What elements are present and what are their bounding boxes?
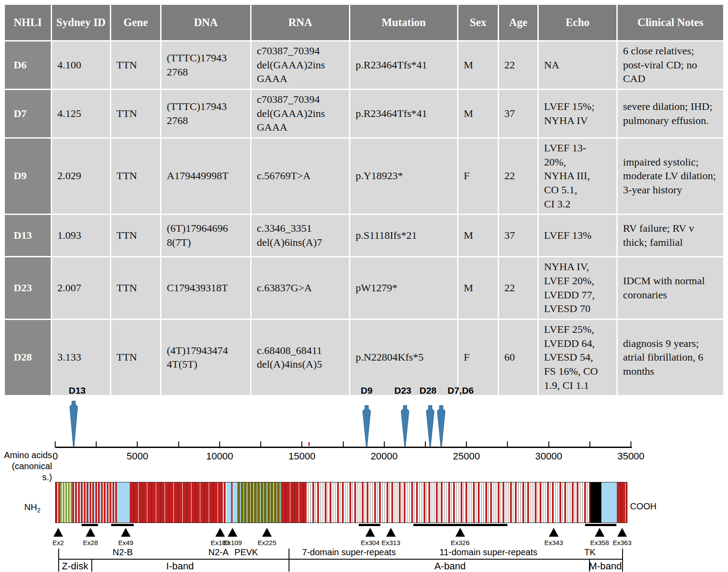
axis-tick-label: 10000 — [206, 451, 233, 462]
row-header: D23 — [5, 257, 51, 319]
mutation-arrow-icon — [362, 405, 371, 447]
axis-tick — [630, 441, 631, 447]
mutation-label-d13: D13 — [69, 385, 86, 396]
exon-triangle-icon — [595, 528, 604, 537]
mutation-label-d9: D9 — [361, 385, 373, 396]
table-cell: (6T)17964696 8(7T) — [161, 215, 250, 256]
table-cell: 22 — [499, 257, 537, 319]
protein-segment-red — [56, 482, 60, 523]
exon-label-ex343: Ex343 — [544, 539, 563, 546]
table-cell: (TTTC)17943 2768 — [161, 41, 250, 89]
protein-segment-red — [221, 482, 227, 523]
table-cell: M — [458, 41, 498, 89]
table-cell: 4.125 — [52, 90, 110, 137]
table-row-d13: D131.093TTN(6T)17964696 8(7T)c.3346_3351… — [5, 215, 723, 256]
table-cell: impaired systolic; moderate LV dilation;… — [618, 139, 723, 214]
table-row-d6: D64.100TTN(TTTC)17943 2768c70387_70394 d… — [5, 41, 723, 89]
exon-triangle-icon — [455, 528, 465, 537]
table-cell: pW1279* — [350, 257, 457, 319]
exon-triangle-icon — [365, 528, 375, 537]
table-cell: c.63837G>A — [251, 257, 349, 319]
table-cell: c.3346_3351 del(A)6ins(A)7 — [251, 215, 349, 256]
protein-segment-olive — [237, 482, 281, 523]
protein-segment-reddense — [281, 482, 305, 523]
axis-tick — [548, 441, 549, 447]
exon-label-ex363: Ex363 — [613, 539, 632, 546]
exon-triangle-icon — [549, 528, 559, 537]
table-cell: F — [458, 139, 498, 214]
table-cell: LVEF 13- 20%, NYHA III, CO 5.1, CI 3.2 — [539, 139, 616, 214]
axis-tick — [425, 441, 426, 447]
axis-red-mark — [308, 442, 310, 446]
table-cell: 22 — [499, 41, 537, 89]
protein-bar — [55, 482, 627, 523]
exon-triangle-icon — [121, 528, 131, 537]
figure-page: NHLISydney IDGeneDNARNAMutationSexAgeEch… — [0, 0, 728, 572]
axis-tick — [219, 441, 220, 447]
axis-tick — [137, 441, 138, 447]
column-header-sydney-id: Sydney ID — [52, 5, 110, 40]
table-cell: 6 close relatives; post-viral CD; no CAD — [618, 41, 723, 89]
exon-label-ex358: Ex358 — [590, 539, 609, 546]
row-header: D13 — [5, 215, 51, 256]
axis-tick — [507, 441, 508, 447]
exon-span-bar — [82, 524, 98, 526]
axis-tick — [343, 441, 344, 447]
table-cell: A179449998T — [161, 139, 250, 214]
table-cell: M — [458, 90, 498, 137]
exon-label-ex304: Ex304 — [361, 539, 380, 546]
table-cell: 22 — [499, 139, 537, 214]
axis-tick-label: 5000 — [127, 451, 148, 462]
domain-label-n2-a: N2-A — [208, 547, 229, 557]
row-header: D6 — [5, 41, 51, 89]
table-cell: NA — [539, 41, 616, 89]
column-header-nhli: NHLI — [5, 5, 51, 40]
mutation-arrow-icon — [69, 401, 78, 447]
axis-tick-label: 35000 — [617, 451, 644, 462]
axis-tick — [55, 441, 56, 447]
row-header: D9 — [5, 139, 51, 214]
amino-acid-axis — [55, 447, 632, 448]
exon-label-ex225: Ex225 — [258, 539, 277, 546]
table-cell: p.R23464Tfs*41 — [350, 90, 457, 137]
band-bracket-line — [58, 559, 622, 560]
mutation-arrow-icon — [437, 405, 446, 447]
exon-triangle-icon — [215, 528, 225, 537]
table-cell: M — [458, 215, 498, 256]
table-cell: p.S1118Ifs*21 — [350, 215, 457, 256]
table-row-d7: D74.125TTN(TTTC)17943 2768c70387_70394 d… — [5, 90, 723, 137]
table-cell: p.R23464Tfs*41 — [350, 41, 457, 89]
axis-tick — [384, 441, 385, 447]
column-header-gene: Gene — [111, 5, 160, 40]
row-header: D7 — [5, 90, 51, 137]
domain-label-11-domain-super-repeats: 11-domain super-repeats — [439, 547, 537, 557]
axis-tick — [96, 441, 97, 447]
table-cell: c70387_70394 del(GAAA)2ins GAAA — [251, 41, 349, 89]
band-bracket-divider — [58, 549, 59, 572]
column-header-dna: DNA — [161, 5, 250, 40]
exon-span-bar — [359, 524, 380, 526]
table-cell: TTN — [111, 41, 160, 89]
table-cell: TTN — [111, 257, 160, 319]
band-label-m-band: M-band — [589, 561, 622, 572]
protein-segment-reddense — [617, 482, 627, 523]
table-cell: c.56769T>A — [251, 139, 349, 214]
protein-segment-black — [590, 482, 601, 523]
table-cell: 4.100 — [52, 41, 110, 89]
exon-triangle-icon — [386, 528, 396, 537]
table-cell: C179439318T — [161, 257, 250, 319]
exon-triangle-icon — [228, 528, 237, 537]
table-cell: RV failure; RV v thick; familial — [618, 215, 723, 256]
axis-tick-label: 20000 — [371, 451, 398, 462]
protein-segment-blue — [117, 482, 130, 523]
domain-label-n2-b: N2-B — [113, 547, 133, 557]
exon-label-ex28: Ex28 — [83, 539, 98, 546]
table-cell: M — [458, 257, 498, 319]
column-header-echo: Echo — [539, 5, 616, 40]
table-cell: 1.093 — [52, 215, 110, 256]
protein-segment-red — [72, 482, 117, 523]
column-header-sex: Sex — [458, 5, 498, 40]
table-cell: NYHA IV, LVEF 20%, LVEDD 77, LVESD 70 — [539, 257, 616, 319]
band-label-a-band: A-band — [435, 561, 466, 572]
protein-segment-super — [305, 482, 590, 523]
